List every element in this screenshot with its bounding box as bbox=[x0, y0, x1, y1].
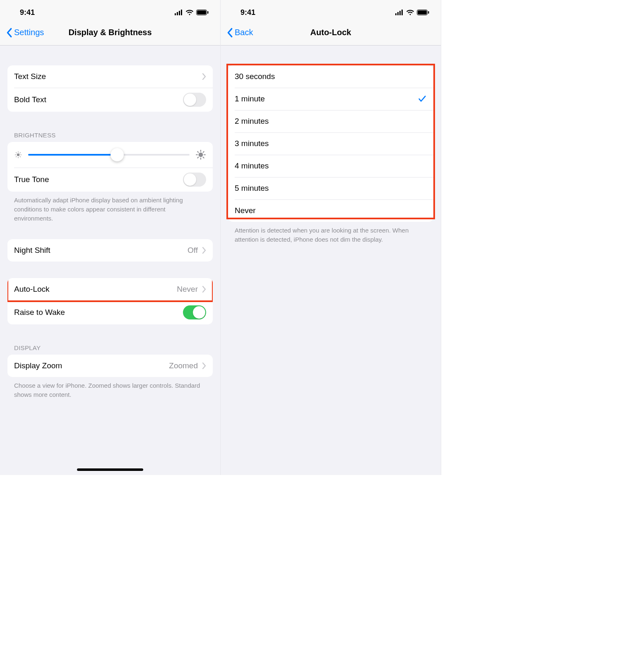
display-header: Display bbox=[0, 344, 220, 355]
chevron-right-icon bbox=[202, 247, 206, 254]
svg-line-12 bbox=[16, 153, 17, 153]
nav-bar: Settings Display & Brightness bbox=[0, 22, 220, 46]
option-30-seconds[interactable]: 30 seconds bbox=[228, 65, 433, 88]
group-text: Text Size Bold Text bbox=[7, 65, 213, 112]
true-tone-toggle[interactable] bbox=[183, 173, 206, 187]
option-label: 5 minutes bbox=[235, 184, 427, 193]
back-button[interactable]: Settings bbox=[6, 28, 44, 38]
svg-rect-2 bbox=[179, 11, 180, 15]
chevron-right-icon bbox=[202, 73, 206, 80]
svg-rect-31 bbox=[428, 11, 429, 14]
option-label: 4 minutes bbox=[235, 161, 427, 170]
svg-point-16 bbox=[199, 153, 203, 157]
row-raise-to-wake[interactable]: Raise to Wake bbox=[7, 300, 213, 324]
option-4-minutes[interactable]: 4 minutes bbox=[228, 155, 433, 177]
row-brightness-slider[interactable] bbox=[7, 142, 213, 168]
screen-display-brightness: 9:41 Settings Display & Brightness Text … bbox=[0, 0, 221, 475]
battery-icon bbox=[196, 10, 209, 15]
svg-rect-5 bbox=[197, 10, 206, 14]
raise-to-wake-toggle[interactable] bbox=[183, 305, 206, 319]
group-auto-lock-options: 30 seconds 1 minute 2 minutes 3 minutes … bbox=[228, 65, 433, 222]
page-title: Display & Brightness bbox=[68, 28, 151, 37]
status-time: 9:41 bbox=[20, 8, 35, 17]
svg-rect-0 bbox=[175, 13, 176, 15]
svg-rect-6 bbox=[207, 11, 209, 14]
display-zoom-label: Display Zoom bbox=[14, 361, 169, 370]
display-zoom-footer: Choose a view for iPhone. Zoomed shows l… bbox=[0, 377, 220, 399]
true-tone-footer: Automatically adapt iPhone display based… bbox=[0, 192, 220, 223]
auto-lock-value: Never bbox=[177, 285, 198, 294]
home-indicator bbox=[77, 468, 143, 471]
option-label: 1 minute bbox=[235, 94, 418, 103]
screen-auto-lock: 9:41 Back Auto-Lock 30 seconds 1 minute bbox=[221, 0, 441, 475]
row-auto-lock[interactable]: Auto-Lock Never bbox=[7, 278, 213, 300]
option-5-minutes[interactable]: 5 minutes bbox=[228, 177, 433, 199]
row-text-size[interactable]: Text Size bbox=[7, 65, 213, 88]
nav-bar: Back Auto-Lock bbox=[221, 22, 441, 46]
svg-rect-30 bbox=[418, 10, 427, 14]
sun-large-icon bbox=[195, 149, 206, 160]
group-display-zoom: Display Zoom Zoomed bbox=[7, 355, 213, 377]
option-never[interactable]: Never bbox=[228, 199, 433, 222]
text-size-label: Text Size bbox=[14, 72, 202, 81]
option-label: 2 minutes bbox=[235, 117, 427, 126]
svg-line-21 bbox=[197, 151, 198, 152]
status-icons bbox=[395, 10, 429, 15]
wifi-icon bbox=[406, 10, 414, 15]
svg-point-7 bbox=[17, 154, 20, 156]
group-night-shift: Night Shift Off bbox=[7, 239, 213, 262]
svg-rect-25 bbox=[395, 13, 397, 15]
chevron-right-icon bbox=[202, 362, 206, 369]
svg-line-13 bbox=[20, 156, 20, 157]
battery-icon bbox=[417, 10, 429, 15]
back-label: Back bbox=[235, 28, 253, 37]
group-brightness: True Tone bbox=[7, 142, 213, 192]
status-time: 9:41 bbox=[240, 8, 255, 17]
svg-line-22 bbox=[203, 157, 204, 158]
display-zoom-value: Zoomed bbox=[169, 361, 198, 370]
row-true-tone[interactable]: True Tone bbox=[7, 168, 213, 192]
auto-lock-label: Auto-Lock bbox=[14, 285, 177, 294]
svg-rect-3 bbox=[181, 10, 182, 15]
svg-rect-1 bbox=[177, 12, 178, 15]
night-shift-value: Off bbox=[188, 246, 198, 255]
svg-line-24 bbox=[203, 151, 204, 152]
option-label: 30 seconds bbox=[235, 72, 427, 81]
chevron-left-icon bbox=[226, 28, 233, 38]
option-3-minutes[interactable]: 3 minutes bbox=[228, 132, 433, 155]
bold-text-toggle[interactable] bbox=[183, 93, 206, 107]
bold-text-label: Bold Text bbox=[14, 95, 183, 104]
svg-rect-26 bbox=[397, 12, 399, 15]
page-title: Auto-Lock bbox=[310, 28, 351, 37]
status-bar: 9:41 bbox=[0, 0, 220, 22]
option-label: 3 minutes bbox=[235, 139, 427, 148]
chevron-left-icon bbox=[6, 28, 12, 38]
row-night-shift[interactable]: Night Shift Off bbox=[7, 239, 213, 262]
status-icons bbox=[175, 10, 209, 15]
wifi-icon bbox=[185, 10, 194, 15]
status-bar: 9:41 bbox=[221, 0, 441, 22]
svg-line-15 bbox=[20, 153, 20, 153]
brightness-header: Brightness bbox=[0, 132, 220, 142]
checkmark-icon bbox=[418, 94, 427, 103]
cellular-icon bbox=[395, 10, 404, 15]
option-2-minutes[interactable]: 2 minutes bbox=[228, 110, 433, 132]
auto-lock-footer: Attention is detected when you are looki… bbox=[221, 222, 441, 244]
raise-to-wake-label: Raise to Wake bbox=[14, 308, 183, 317]
row-bold-text[interactable]: Bold Text bbox=[7, 88, 213, 112]
svg-line-23 bbox=[197, 157, 198, 158]
true-tone-label: True Tone bbox=[14, 175, 183, 184]
group-auto-lock: Auto-Lock Never Raise to Wake bbox=[7, 278, 213, 324]
night-shift-label: Night Shift bbox=[14, 246, 188, 255]
row-display-zoom[interactable]: Display Zoom Zoomed bbox=[7, 355, 213, 377]
option-1-minute[interactable]: 1 minute bbox=[228, 88, 433, 110]
svg-rect-27 bbox=[399, 11, 401, 15]
svg-line-14 bbox=[16, 156, 17, 157]
back-label: Settings bbox=[14, 28, 44, 37]
chevron-right-icon bbox=[202, 286, 206, 293]
sun-small-icon bbox=[14, 151, 22, 159]
brightness-slider[interactable] bbox=[28, 154, 190, 156]
back-button[interactable]: Back bbox=[226, 28, 253, 38]
option-label: Never bbox=[235, 206, 427, 215]
svg-rect-28 bbox=[401, 10, 403, 15]
